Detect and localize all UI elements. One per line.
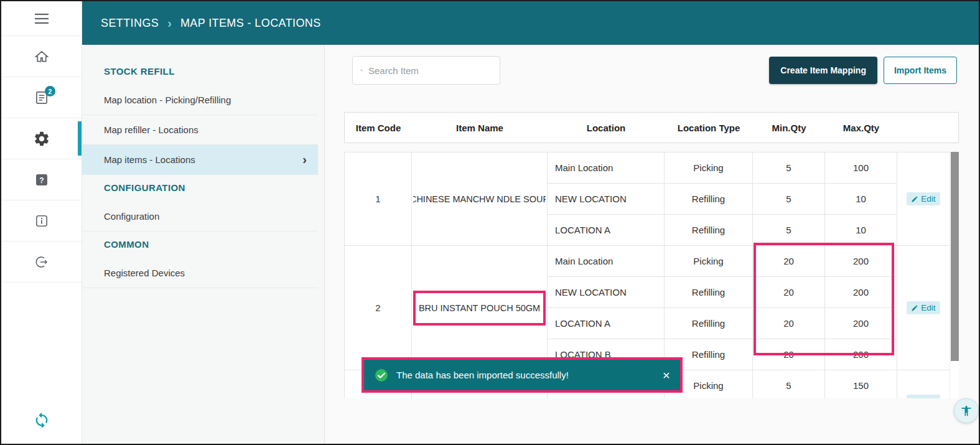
max-qty-cell: 150	[825, 370, 897, 399]
search-icon	[360, 65, 363, 76]
accessibility-button[interactable]	[954, 398, 979, 423]
settings-nav: STOCK REFILLMap location - Picking/Refil…	[82, 45, 325, 444]
logout-icon	[34, 255, 49, 269]
toast: The data has been imported successfully!…	[362, 357, 683, 393]
edit-cell: Edit	[897, 152, 950, 246]
max-qty-cell: 200	[825, 339, 897, 370]
table-scrollbar	[950, 152, 959, 398]
table-header: Item CodeItem NameLocationLocation TypeM…	[344, 112, 959, 143]
nav-section-title-configuration: CONFIGURATION	[82, 175, 324, 202]
nav-item-map-refiller-locations[interactable]: Map refiller - Locations	[82, 115, 318, 145]
nav-item-registered-devices[interactable]: Registered Devices	[82, 258, 318, 288]
nav-item-label: Map items - Locations	[104, 154, 195, 165]
max-qty-cell: 200	[825, 277, 897, 308]
min-qty-cell: 5	[753, 184, 825, 215]
max-qty-cell: 10	[825, 215, 897, 246]
location-type-cell: Refilling	[665, 277, 753, 308]
scrollbar-thumb[interactable]	[951, 152, 959, 361]
nav-section-title-stock-refill: STOCK REFILL	[82, 59, 324, 85]
min-qty-cell: 5	[753, 215, 825, 246]
settings-button[interactable]	[1, 118, 82, 159]
header: SETTINGS › MAP ITEMS - LOCATIONS	[82, 1, 979, 45]
nav-item-label: Map refiller - Locations	[104, 124, 198, 135]
hamburger-icon	[34, 13, 49, 24]
max-qty-cell: 200	[825, 246, 897, 277]
item-name-cell: BRU INSTANT POUCH 50GM	[412, 246, 548, 370]
icon-sidebar: 2 ?	[1, 1, 82, 444]
edit-button[interactable]: Edit	[907, 301, 940, 314]
table-viewport: 1CHINESE MANCHW NDLE SOUPMain LocationPi…	[344, 152, 959, 398]
item-name-cell: CHINESE MANCHW NDLE SOUP	[412, 152, 548, 246]
search-input[interactable]	[368, 65, 492, 76]
toolbar: Create Item Mapping Import Items	[344, 56, 957, 85]
location-type-cell: Refilling	[665, 308, 753, 339]
max-qty-cell: 200	[825, 308, 897, 339]
nav-item-label: Registered Devices	[104, 268, 185, 278]
edit-label: Edit	[921, 303, 935, 312]
chevron-right-icon: ›	[302, 152, 307, 167]
info-icon	[34, 213, 49, 228]
nav-item-configuration[interactable]: Configuration	[82, 202, 318, 232]
home-button[interactable]	[1, 36, 82, 77]
accessibility-icon	[960, 405, 973, 417]
sync-button[interactable]	[1, 394, 82, 444]
orders-badge: 2	[45, 86, 55, 96]
location-type-cell: Refilling	[665, 215, 753, 246]
location-cell: LOCATION A	[548, 215, 665, 246]
edit-cell: Edit	[897, 370, 950, 399]
column-header-location-type: Location Type	[665, 123, 753, 133]
toast-close-button[interactable]: ×	[663, 368, 670, 382]
max-qty-cell: 100	[825, 152, 897, 184]
home-icon	[34, 49, 50, 65]
column-header-min-qty: Min.Qty	[753, 123, 825, 133]
nav-item-map-location-picking-refilling[interactable]: Map location - Picking/Refilling	[82, 85, 318, 115]
location-type-cell: Refilling	[665, 184, 753, 215]
min-qty-cell: 5	[753, 370, 825, 399]
column-header-item-name: Item Name	[412, 123, 548, 133]
success-check-icon	[374, 368, 389, 383]
pencil-icon	[911, 304, 918, 312]
edit-label: Edit	[921, 396, 935, 398]
location-cell: Main Location	[548, 246, 665, 277]
create-item-mapping-button[interactable]: Create Item Mapping	[769, 57, 877, 84]
menu-button[interactable]	[1, 1, 82, 36]
breadcrumb-settings[interactable]: SETTINGS	[101, 17, 159, 30]
svg-text:?: ?	[39, 176, 44, 184]
column-header-max-qty: Max.Qty	[825, 123, 897, 133]
orders-button[interactable]: 2	[1, 77, 82, 118]
table-row: 1CHINESE MANCHW NDLE SOUPMain LocationPi…	[345, 152, 950, 184]
help-icon: ?	[34, 172, 49, 187]
sync-icon	[33, 410, 50, 428]
edit-label: Edit	[921, 194, 935, 204]
edit-button[interactable]: Edit	[907, 192, 940, 205]
max-qty-cell: 10	[825, 184, 897, 215]
breadcrumb-current: MAP ITEMS - LOCATIONS	[180, 17, 321, 30]
pencil-icon	[911, 195, 918, 203]
app-window: 2 ?	[0, 0, 980, 445]
item-code-cell: 2	[345, 246, 412, 370]
gear-icon	[33, 130, 50, 148]
min-qty-cell: 20	[753, 277, 825, 308]
table-row: 2BRU INSTANT POUCH 50GMMain LocationPick…	[345, 246, 950, 277]
search-box[interactable]	[352, 56, 500, 85]
edit-button[interactable]: Edit	[907, 395, 940, 398]
main-content: Create Item Mapping Import Items Item Co…	[325, 45, 979, 444]
location-type-cell: Picking	[665, 246, 753, 277]
min-qty-cell: 20	[753, 308, 825, 339]
logout-button[interactable]	[1, 241, 82, 283]
nav-item-map-items-locations[interactable]: Map items - Locations›	[82, 145, 318, 175]
info-button[interactable]	[1, 200, 82, 241]
item-name: BRU INSTANT POUCH 50GM	[413, 291, 546, 326]
item-code-cell: 1	[345, 152, 412, 246]
edit-cell: Edit	[897, 246, 950, 370]
pencil-icon	[911, 398, 918, 399]
min-qty-cell: 5	[753, 152, 825, 184]
nav-item-label: Map location - Picking/Refilling	[104, 95, 231, 105]
location-cell: NEW LOCATION	[548, 277, 665, 308]
location-cell: Main Location	[548, 152, 665, 184]
column-header-location: Location	[548, 123, 665, 133]
import-items-button[interactable]: Import Items	[884, 57, 957, 84]
item-name: CHINESE MANCHW NDLE SOUP	[413, 182, 546, 217]
min-qty-cell: 20	[753, 246, 825, 277]
help-button[interactable]: ?	[1, 159, 82, 200]
